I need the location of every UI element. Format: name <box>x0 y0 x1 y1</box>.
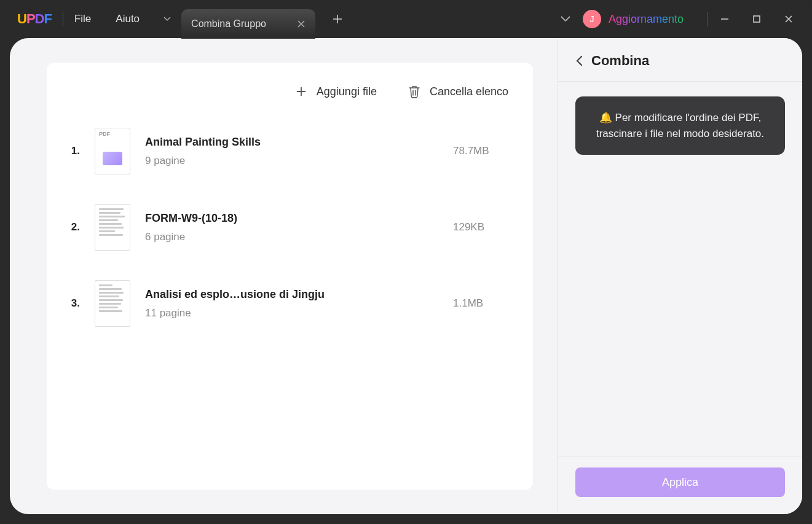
file-name: Animal Painting Skills <box>145 136 438 149</box>
apply-button[interactable]: Applica <box>575 467 785 497</box>
clear-list-label: Cancella elenco <box>430 85 508 98</box>
window-controls <box>719 13 795 25</box>
row-info: Analisi ed esplo…usione di Jingju 11 pag… <box>145 288 438 319</box>
tab-combine-group[interactable]: Combina Gruppo <box>181 9 315 39</box>
side-header: Combina <box>558 53 802 82</box>
tab-region: Combina Gruppo <box>158 0 350 39</box>
main-menu: File Aiuto <box>74 13 140 25</box>
titlebar: UPDF File Aiuto Combina Gruppo J Aggiorn… <box>0 0 812 38</box>
divider <box>63 12 63 26</box>
content-area: Aggiungi file Cancella elenco 1. PDF <box>10 38 802 514</box>
app-logo: UPDF <box>17 11 52 27</box>
close-window-icon[interactable] <box>782 13 795 25</box>
hint-tooltip: 🔔 Per modificare l'ordine dei PDF, trasc… <box>575 96 785 155</box>
row-info: FORM-W9-(10-18) 6 pagine <box>145 212 438 243</box>
file-thumbnail <box>95 204 130 251</box>
file-list: 1. PDF Animal Painting Skills 9 pagine 7… <box>65 115 508 327</box>
file-name: FORM-W9-(10-18) <box>145 212 438 225</box>
new-tab-button[interactable] <box>325 14 350 24</box>
list-item[interactable]: 2. FORM-W <box>65 204 508 251</box>
file-size: 78.7MB <box>453 145 508 157</box>
chevron-left-icon[interactable] <box>575 55 583 66</box>
divider <box>707 12 708 26</box>
row-index: 1. <box>65 145 80 157</box>
file-pages: 9 pagine <box>145 155 438 167</box>
tabs-overflow-dropdown-icon[interactable] <box>561 16 570 22</box>
file-pages: 6 pagine <box>145 231 438 243</box>
trash-icon <box>408 85 421 98</box>
main-panel: Aggiungi file Cancella elenco 1. PDF <box>10 38 558 514</box>
add-file-button[interactable]: Aggiungi file <box>294 85 377 98</box>
file-pages: 11 pagine <box>145 307 438 319</box>
tab-title: Combina Gruppo <box>191 18 266 29</box>
upgrade-label: Aggiornamento <box>609 13 684 26</box>
row-index: 2. <box>65 221 80 233</box>
file-name: Analisi ed esplo…usione di Jingju <box>145 288 438 301</box>
file-thumbnail <box>95 280 130 327</box>
menu-file[interactable]: File <box>74 13 91 25</box>
file-size: 1.1MB <box>453 297 508 310</box>
close-icon[interactable] <box>297 20 305 28</box>
file-toolbar: Aggiungi file Cancella elenco <box>65 81 508 115</box>
tab-menu-dropdown-icon[interactable] <box>158 7 176 31</box>
avatar: J <box>583 10 601 28</box>
user-area[interactable]: J Aggiornamento <box>583 10 684 28</box>
maximize-icon[interactable] <box>751 13 763 25</box>
row-index: 3. <box>65 297 80 310</box>
list-item[interactable]: 3. Analis <box>65 280 508 327</box>
clear-list-button[interactable]: Cancella elenco <box>408 85 508 98</box>
minimize-icon[interactable] <box>719 13 731 25</box>
plus-icon <box>294 85 308 98</box>
side-panel: Combina 🔔 Per modificare l'ordine dei PD… <box>558 38 802 514</box>
file-size: 129KB <box>453 221 508 233</box>
menu-help[interactable]: Aiuto <box>116 13 140 25</box>
side-footer: Applica <box>558 456 802 514</box>
svg-rect-0 <box>754 16 760 22</box>
list-item[interactable]: 1. PDF Animal Painting Skills 9 pagine 7… <box>65 128 508 174</box>
add-file-label: Aggiungi file <box>317 85 377 98</box>
row-info: Animal Painting Skills 9 pagine <box>145 136 438 167</box>
side-title: Combina <box>591 53 649 69</box>
file-thumbnail: PDF <box>95 128 130 174</box>
file-list-card: Aggiungi file Cancella elenco 1. PDF <box>47 63 533 490</box>
